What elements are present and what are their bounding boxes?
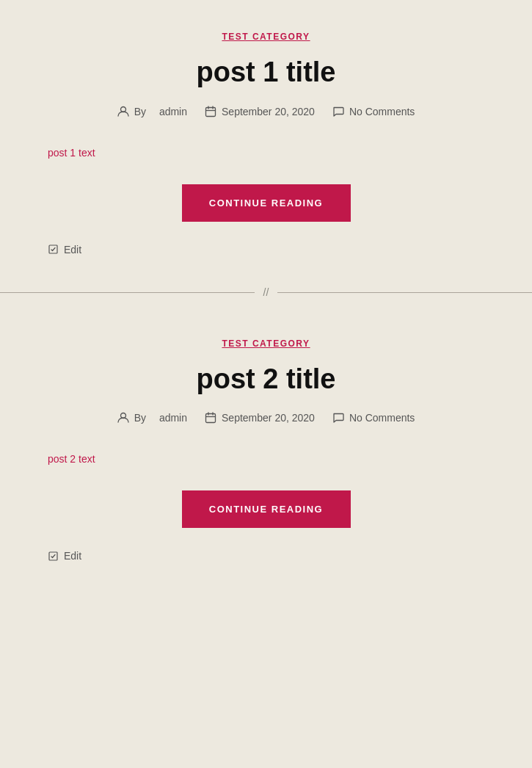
calendar-icon xyxy=(205,106,216,117)
post-1-comments-meta: No Comments xyxy=(332,106,415,117)
post-2-date: September 20, 2020 xyxy=(222,412,315,424)
post-2-author-prefix: By xyxy=(134,412,146,424)
post-1-continue-reading-button[interactable]: CONTINUE READING xyxy=(182,184,351,222)
post-article-1: TEST CATEGORY post 1 title By admin xyxy=(0,0,532,278)
post-2-excerpt: post 2 text xyxy=(48,453,484,465)
post-1-date-meta: September 20, 2020 xyxy=(205,106,315,117)
svg-rect-8 xyxy=(206,414,216,423)
post-2-author: admin xyxy=(159,412,187,424)
post-1-meta: By admin September 20, 2020 xyxy=(48,106,484,117)
post-2-date-meta: September 20, 2020 xyxy=(205,412,315,424)
comment-icon xyxy=(332,106,344,117)
post-2-category: TEST CATEGORY xyxy=(48,336,484,349)
post-1-edit-link[interactable]: Edit xyxy=(64,244,81,256)
post-2-author-meta: By admin xyxy=(117,412,187,424)
post-2-category-link[interactable]: TEST CATEGORY xyxy=(222,338,310,349)
post-2-edit: Edit xyxy=(48,550,484,562)
calendar-icon-2 xyxy=(205,412,216,424)
post-2-title: post 2 title xyxy=(48,363,484,396)
post-1-date: September 20, 2020 xyxy=(222,106,315,117)
author-icon-2 xyxy=(117,412,129,424)
post-1-category-link[interactable]: TEST CATEGORY xyxy=(222,32,310,42)
post-2-comments: No Comments xyxy=(349,412,415,424)
post-2-continue-reading-button[interactable]: CONTINUE READING xyxy=(182,490,351,528)
author-icon xyxy=(117,106,129,117)
post-1-category: TEST CATEGORY xyxy=(48,29,484,43)
post-article-2: TEST CATEGORY post 2 title By admin xyxy=(0,307,532,584)
post-2-edit-link[interactable]: Edit xyxy=(64,550,81,562)
post-1-author: admin xyxy=(159,106,187,117)
post-1-edit: Edit xyxy=(48,244,484,256)
divider-text: // xyxy=(255,286,278,298)
post-1-author-prefix: By xyxy=(134,106,146,117)
edit-icon-2 xyxy=(48,551,59,562)
svg-rect-1 xyxy=(206,107,216,116)
post-1-title: post 1 title xyxy=(48,56,484,90)
post-1-comments: No Comments xyxy=(349,106,415,117)
comment-icon-2 xyxy=(332,412,344,424)
edit-icon xyxy=(48,244,59,255)
post-1-author-meta: By admin xyxy=(117,106,187,117)
post-divider: // xyxy=(0,278,532,307)
post-2-meta: By admin September 20, 2020 xyxy=(48,412,484,424)
post-1-excerpt: post 1 text xyxy=(48,147,484,159)
post-2-comments-meta: No Comments xyxy=(332,412,415,424)
posts-container: TEST CATEGORY post 1 title By admin xyxy=(0,0,532,584)
